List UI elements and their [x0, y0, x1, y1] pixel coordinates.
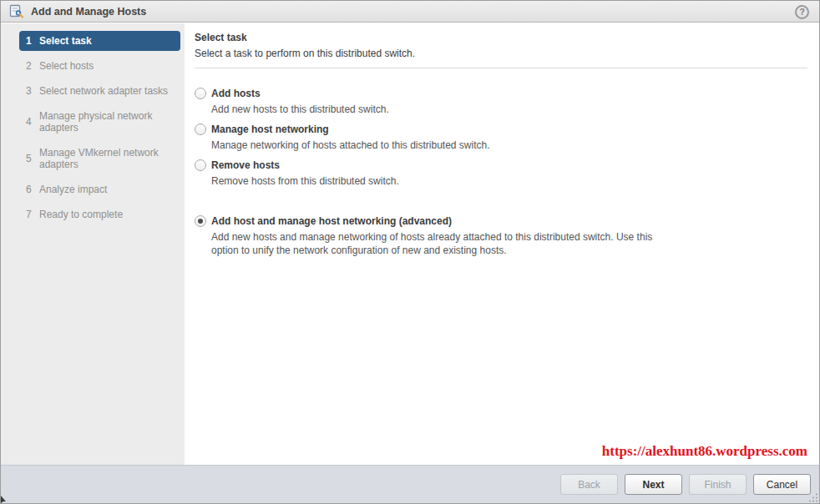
radio-manage-host-networking[interactable] [195, 123, 206, 135]
next-button[interactable]: Next [625, 474, 682, 495]
option-label[interactable]: Remove hosts [211, 159, 399, 172]
radio-add-host-and-manage-host-networking[interactable] [195, 215, 206, 227]
option-description: Add new hosts to this distributed switch… [211, 103, 389, 116]
step-number: 5 [26, 153, 39, 164]
step-number: 4 [26, 116, 39, 128]
finish-button: Finish [689, 474, 747, 495]
wizard-step-manage-physical-network-adapters: 4 Manage physical network adapters [19, 106, 180, 138]
step-number: 1 [26, 35, 39, 47]
step-label: Select network adapter tasks [39, 85, 174, 97]
option-label[interactable]: Manage host networking [211, 123, 490, 136]
mouse-cursor [1, 495, 8, 503]
select-task-panel: Select task Select a task to perform on … [185, 23, 819, 465]
step-label: Select task [39, 35, 174, 47]
resize-grip-icon[interactable] [808, 492, 818, 502]
option-manage-host-networking: Manage host networking Manage networking… [195, 123, 807, 152]
cancel-button[interactable]: Cancel [753, 474, 811, 495]
help-button[interactable]: ? [795, 5, 809, 19]
option-description: Manage networking of hosts attached to t… [211, 139, 490, 152]
host-wrench-icon [9, 4, 24, 19]
step-label: Manage physical network adapters [39, 110, 174, 134]
option-add-host-and-manage-host-networking: Add host and manage host networking (adv… [195, 215, 807, 257]
step-label: Manage VMkernel network adapters [39, 147, 174, 170]
footer-button-bar: Back Next Finish Cancel [1, 465, 819, 503]
wizard-step-manage-vmkernel-network-adapters: 5 Manage VMkernel network adapters [19, 143, 180, 174]
dialog-title: Add and Manage Hosts [31, 6, 146, 18]
step-number: 2 [26, 60, 39, 72]
wizard-step-select-hosts: 2 Select hosts [19, 56, 180, 76]
wizard-step-select-task[interactable]: 1 Select task [19, 31, 180, 51]
divider [195, 68, 807, 68]
wizard-step-select-network-adapter-tasks: 3 Select network adapter tasks [19, 81, 180, 101]
wizard-steps-sidebar: 1 Select task 2 Select hosts 3 Select ne… [1, 23, 185, 465]
radio-remove-hosts[interactable] [195, 159, 206, 171]
step-number: 7 [26, 209, 39, 220]
wizard-step-ready-to-complete: 7 Ready to complete [19, 204, 180, 224]
option-description: Add new hosts and manage networking of h… [211, 230, 666, 257]
radio-add-hosts[interactable] [195, 88, 206, 99]
option-description: Remove hosts from this distributed switc… [211, 174, 399, 188]
option-label[interactable]: Add hosts [211, 88, 389, 100]
title-bar: Add and Manage Hosts ? [1, 1, 819, 23]
page-subtitle: Select a task to perform on this distrib… [195, 48, 807, 59]
step-label: Analyze impact [39, 184, 174, 195]
step-label: Select hosts [39, 60, 174, 72]
watermark-url: https://alexhunt86.wordpress.com [602, 443, 807, 460]
page-title: Select task [195, 32, 807, 43]
wizard-step-analyze-impact: 6 Analyze impact [19, 179, 180, 199]
step-number: 3 [26, 85, 39, 97]
option-remove-hosts: Remove hosts Remove hosts from this dist… [195, 159, 807, 188]
step-number: 6 [26, 184, 39, 195]
back-button: Back [560, 474, 618, 495]
add-and-manage-hosts-dialog: Add and Manage Hosts ? 1 Select task 2 S… [0, 0, 820, 504]
option-label[interactable]: Add host and manage host networking (adv… [211, 215, 666, 228]
task-options: Add hosts Add new hosts to this distribu… [195, 88, 807, 257]
option-add-hosts: Add hosts Add new hosts to this distribu… [195, 88, 807, 116]
step-label: Ready to complete [39, 209, 174, 220]
